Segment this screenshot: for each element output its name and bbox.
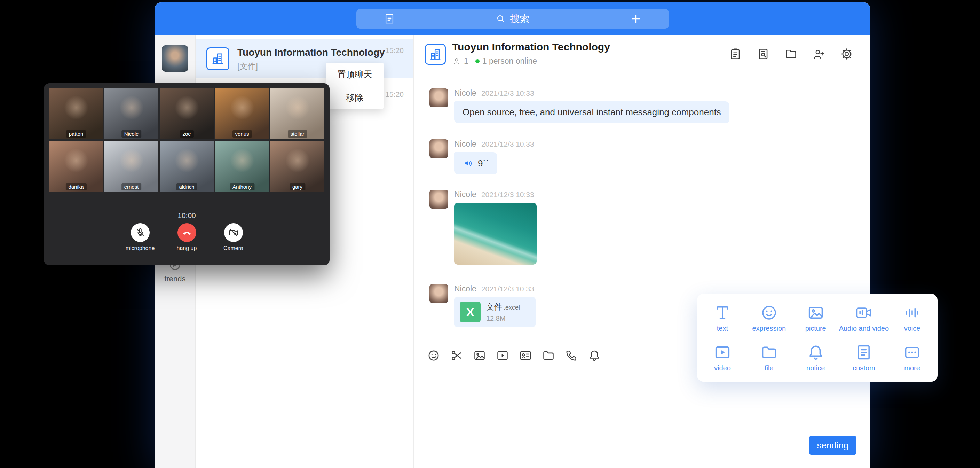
message: Nicole 2021/12/3 10:33 [430,190,870,265]
video-participant-tile[interactable]: danika [49,141,103,192]
add-member-button[interactable] [812,47,826,61]
folder-icon [784,47,798,61]
search-icon [496,14,506,24]
feature-notice[interactable]: notice [807,343,825,372]
sender-avatar[interactable] [430,284,448,303]
video-participant-tile[interactable]: stellar [270,88,325,139]
chat-title: Tuoyun Information Technology [452,41,610,53]
image-icon [473,349,486,362]
send-file-button[interactable] [542,349,555,362]
conversation-time: 15:20 [385,90,404,99]
camera-off-icon [228,227,239,238]
group-avatar [425,44,446,65]
feature-custom[interactable]: custom [853,343,875,372]
sender-avatar[interactable] [430,88,448,107]
feature-label: custom [853,364,875,372]
conversation-title: Tuoyun Information Technology [237,47,385,58]
excel-file-icon: X [460,302,480,323]
feature-label: notice [807,364,825,372]
menu-item-pin-chat[interactable]: 置顶聊天 [326,63,384,86]
chat-header: Tuoyun Information Technology 1 1 person… [414,35,870,75]
search-bar[interactable]: 搜索 [423,9,603,29]
feature-expression[interactable]: expression [752,303,786,332]
group-avatar [206,47,229,70]
video-participant-tile[interactable]: aldrich [160,141,214,192]
feature-text[interactable]: text [713,303,732,332]
video-participant-tile[interactable]: ernest [104,141,158,192]
notice-icon [807,343,825,361]
image-message[interactable] [454,203,537,265]
screenshot-button[interactable] [450,349,463,362]
menu-item-remove[interactable]: 移除 [326,86,384,109]
bell-icon [588,349,601,362]
video-participant-tile[interactable]: Anthony [215,141,269,192]
feature-file[interactable]: file [760,343,778,372]
file-message-card[interactable]: X 文件.excel 12.8M [454,297,536,327]
participant-name: gary [290,183,305,190]
message-time: 2021/12/3 10:33 [481,140,534,149]
user-avatar[interactable] [162,45,188,72]
announcement-button[interactable] [729,47,742,61]
mic-off-icon [135,227,145,238]
notice-button[interactable] [588,349,601,362]
add-button[interactable] [603,9,669,29]
send-image-button[interactable] [473,349,486,362]
feature-more[interactable]: more [903,343,921,372]
hang-up-control[interactable]: hang up [170,223,204,251]
camera-button[interactable] [224,223,243,242]
feature-picture[interactable]: picture [805,303,826,332]
microphone-button[interactable] [131,223,150,242]
message-time: 2021/12/3 10:33 [481,89,534,97]
sender-avatar[interactable] [430,139,448,158]
video-participant-tile[interactable]: venus [215,88,269,139]
compose-button[interactable] [356,9,423,29]
context-menu: 置顶聊天 移除 [326,63,384,109]
video-participant-tile[interactable]: patton [49,88,103,139]
feature-label: video [714,364,731,372]
sender-avatar[interactable] [430,190,448,209]
participant-name: stellar [288,130,307,137]
camera-control[interactable]: Camera [217,223,250,251]
members-icon [452,57,461,66]
search-label: 搜索 [510,12,530,26]
conversation-subtitle: [文件] [237,61,258,72]
feature-voice[interactable]: voice [903,303,921,332]
id-card-icon [519,349,532,362]
call-controls: microphone hang up Camera [44,223,329,251]
voice-message-bubble[interactable]: 9`` [454,152,497,174]
call-button[interactable] [565,349,578,362]
voice-icon [903,303,921,322]
settings-button[interactable] [840,47,853,61]
video-participant-tile[interactable]: Nicole [104,88,158,139]
contact-card-button[interactable] [519,349,532,362]
conversation-time: 15:20 [385,46,404,55]
hang-up-button[interactable] [178,223,196,242]
topbar: 搜索 [155,2,870,35]
participant-name: danika [65,183,86,190]
message-head: Nicole 2021/12/3 10:33 [454,88,870,98]
participant-name: Nicole [121,130,142,137]
chat-header-actions [729,47,853,61]
building-icon [211,52,225,66]
feature-audio-video[interactable]: Audio and video [839,303,889,332]
text-message-bubble[interactable]: Open source, free, and universal instant… [454,101,729,123]
video-participant-tile[interactable]: zoe [160,88,214,139]
emoji-button[interactable] [427,349,440,362]
send-button[interactable]: sending [809,436,856,455]
file-name: 文件.excel [486,302,520,312]
message-type-panel: text expression picture Audio and video … [697,294,937,382]
message-time: 2021/12/3 10:33 [481,285,534,293]
microphone-control[interactable]: microphone [124,223,157,251]
group-files-button[interactable] [784,47,798,61]
feature-label: voice [904,324,921,332]
feature-video[interactable]: video [713,343,732,372]
feature-label: Audio and video [839,324,889,332]
message-head: Nicole 2021/12/3 10:33 [454,190,870,199]
chat-history-button[interactable] [757,47,770,61]
participant-name: ernest [121,183,142,190]
video-call-overlay: patton Nicole zoe venus stellar danika e… [44,83,329,265]
send-video-button[interactable] [496,349,509,362]
scissors-icon [450,349,463,362]
video-participant-tile[interactable]: gary [270,141,325,192]
message-head: Nicole 2021/12/3 10:33 [454,284,870,294]
